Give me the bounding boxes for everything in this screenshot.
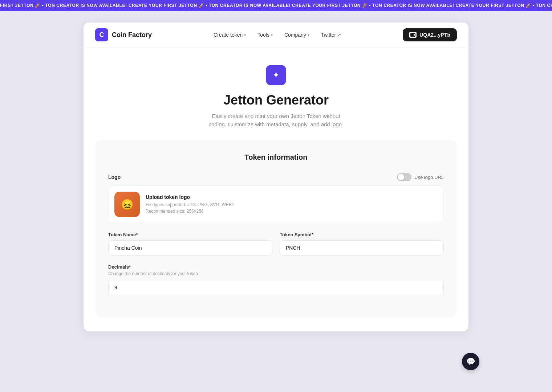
hero-section: ✦ Jetton Generator Easily create and min…	[84, 48, 468, 140]
nav-tools[interactable]: Tools ▾	[252, 29, 278, 41]
token-name-group: Token Name*	[108, 232, 272, 256]
wallet-address: UQA2...yPTb	[419, 32, 450, 38]
logo-emoji: 😖	[121, 199, 134, 211]
use-logo-url-toggle[interactable]	[397, 173, 411, 181]
logo-label: Logo	[108, 174, 121, 180]
brand-name: Coin Factory	[112, 31, 152, 39]
chevron-down-icon: ▾	[308, 33, 309, 37]
nav-company[interactable]: Company ▾	[279, 29, 314, 41]
nav-twitter[interactable]: Twitter ↗	[316, 29, 346, 41]
navbar: C Coin Factory Create token ▾ Tools ▾ Co…	[84, 23, 468, 48]
token-name-symbol-row: Token Name* Token Symbol*	[108, 232, 444, 256]
hero-icon: ✦	[266, 65, 286, 85]
nav-create-token-label: Create token	[214, 32, 243, 38]
decimals-label: Decimals*	[108, 264, 444, 270]
ticker-text: FIRST JETTON 🚀 • TON CREATOR IS NOW AVAI…	[0, 3, 552, 8]
chevron-down-icon: ▾	[271, 33, 273, 37]
brand-icon: C	[95, 28, 108, 41]
logo-upload-area[interactable]: 😖 Upload token logo File types supported…	[108, 185, 444, 223]
token-symbol-group: Token Symbol*	[280, 232, 444, 256]
external-link-icon: ↗	[337, 32, 341, 37]
recommended-size-text: Recommended size: 256×256	[146, 208, 235, 215]
nav-company-label: Company	[284, 32, 306, 38]
token-name-label: Token Name*	[108, 232, 272, 237]
wallet-icon	[409, 32, 417, 38]
use-logo-url-label: Use logo URL	[414, 175, 444, 180]
token-form-card: Token information Logo Use logo URL 😖 Up…	[95, 140, 457, 317]
brand-logo[interactable]: C Coin Factory	[95, 28, 152, 41]
token-name-input[interactable]	[108, 240, 272, 256]
logo-upload-text: Upload token logo File types supported: …	[146, 194, 235, 215]
sparkle-icon: ✦	[272, 70, 280, 80]
token-symbol-label: Token Symbol*	[280, 232, 444, 237]
decimals-group: Decimals* Change the number of decimals …	[108, 264, 444, 295]
ticker-banner: FIRST JETTON 🚀 • TON CREATOR IS NOW AVAI…	[0, 0, 552, 11]
hero-title: Jetton Generator	[223, 93, 329, 108]
chat-button[interactable]: 💬	[462, 353, 479, 370]
upload-label: Upload token logo	[146, 194, 235, 200]
chevron-down-icon: ▾	[244, 33, 246, 37]
wallet-button[interactable]: UQA2...yPTb	[403, 28, 457, 41]
svg-rect-1	[414, 34, 415, 36]
nav-create-token[interactable]: Create token ▾	[208, 29, 251, 41]
logo-section-header: Logo Use logo URL	[108, 173, 444, 181]
logo-preview: 😖	[114, 192, 140, 217]
decimals-input[interactable]	[108, 280, 444, 295]
chat-icon: 💬	[466, 357, 475, 366]
form-card-title: Token information	[108, 153, 444, 162]
nav-tools-label: Tools	[257, 32, 269, 38]
token-symbol-input[interactable]	[280, 240, 444, 256]
decimals-hint: Change the number of decimals for your t…	[108, 271, 444, 276]
page-wrapper: C Coin Factory Create token ▾ Tools ▾ Co…	[84, 23, 468, 331]
file-types-text: File types supported: JPG, PNG, SVG, WEB…	[146, 201, 235, 208]
use-logo-url-toggle-row[interactable]: Use logo URL	[397, 173, 444, 181]
nav-twitter-label: Twitter	[321, 32, 336, 38]
navbar-nav: Create token ▾ Tools ▾ Company ▾ Twitter…	[208, 29, 346, 41]
hero-subtitle: Easily create and mint your own Jetton T…	[207, 112, 345, 128]
